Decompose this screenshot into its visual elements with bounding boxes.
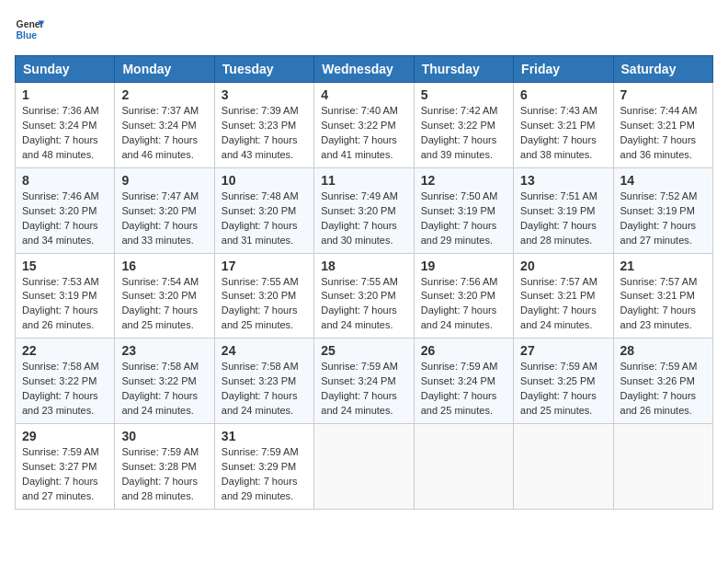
calendar-day-28: 28 Sunrise: 7:59 AM Sunset: 3:26 PM Dayl… <box>613 339 712 424</box>
day-number: 16 <box>121 259 207 273</box>
cell-info: Sunrise: 7:54 AM Sunset: 3:20 PM Dayligh… <box>121 275 207 334</box>
day-number: 13 <box>520 173 606 188</box>
empty-cell <box>613 424 712 510</box>
logo-icon: General Blue <box>15 15 44 44</box>
day-number: 28 <box>620 343 706 358</box>
calendar-day-25: 25 Sunrise: 7:59 AM Sunset: 3:24 PM Dayl… <box>314 339 414 424</box>
cell-info: Sunrise: 7:48 AM Sunset: 3:20 PM Dayligh… <box>222 190 307 248</box>
weekday-header-thursday: Thursday <box>414 56 513 83</box>
calendar-day-19: 19 Sunrise: 7:56 AM Sunset: 3:20 PM Dayl… <box>414 253 513 339</box>
cell-info: Sunrise: 7:52 AM Sunset: 3:19 PM Dayligh… <box>620 190 706 248</box>
day-number: 30 <box>121 429 207 443</box>
calendar-day-30: 30 Sunrise: 7:59 AM Sunset: 3:28 PM Dayl… <box>115 424 214 510</box>
day-number: 7 <box>620 87 706 102</box>
day-number: 8 <box>22 173 108 188</box>
day-number: 25 <box>321 343 406 358</box>
day-number: 2 <box>121 87 207 102</box>
day-number: 27 <box>520 343 606 358</box>
calendar-week-1: 1 Sunrise: 7:36 AM Sunset: 3:24 PM Dayli… <box>16 83 713 168</box>
day-number: 22 <box>22 343 108 358</box>
calendar-week-4: 22 Sunrise: 7:58 AM Sunset: 3:22 PM Dayl… <box>16 339 713 424</box>
calendar-day-20: 20 Sunrise: 7:57 AM Sunset: 3:21 PM Dayl… <box>514 253 613 339</box>
calendar-day-12: 12 Sunrise: 7:50 AM Sunset: 3:19 PM Dayl… <box>414 167 513 253</box>
empty-cell <box>414 424 513 510</box>
day-number: 23 <box>121 343 207 358</box>
day-number: 15 <box>22 259 108 273</box>
cell-info: Sunrise: 7:50 AM Sunset: 3:19 PM Dayligh… <box>421 190 506 248</box>
day-number: 24 <box>222 343 307 358</box>
calendar-day-3: 3 Sunrise: 7:39 AM Sunset: 3:23 PM Dayli… <box>214 83 313 168</box>
cell-info: Sunrise: 7:59 AM Sunset: 3:29 PM Dayligh… <box>222 445 307 504</box>
cell-info: Sunrise: 7:46 AM Sunset: 3:20 PM Dayligh… <box>22 190 108 248</box>
cell-info: Sunrise: 7:55 AM Sunset: 3:20 PM Dayligh… <box>321 275 406 334</box>
cell-info: Sunrise: 7:37 AM Sunset: 3:24 PM Dayligh… <box>121 104 207 163</box>
cell-info: Sunrise: 7:58 AM Sunset: 3:22 PM Dayligh… <box>22 360 108 419</box>
svg-text:Blue: Blue <box>17 30 38 40</box>
day-number: 17 <box>222 259 307 273</box>
calendar-day-4: 4 Sunrise: 7:40 AM Sunset: 3:22 PM Dayli… <box>314 83 414 168</box>
weekday-header-saturday: Saturday <box>613 56 712 83</box>
cell-info: Sunrise: 7:58 AM Sunset: 3:23 PM Dayligh… <box>222 360 307 419</box>
calendar-day-11: 11 Sunrise: 7:49 AM Sunset: 3:20 PM Dayl… <box>314 167 414 253</box>
empty-cell <box>514 424 613 510</box>
day-number: 5 <box>421 87 506 102</box>
weekday-header-tuesday: Tuesday <box>214 56 313 83</box>
cell-info: Sunrise: 7:58 AM Sunset: 3:22 PM Dayligh… <box>121 360 207 419</box>
weekday-header-wednesday: Wednesday <box>314 56 414 83</box>
cell-info: Sunrise: 7:47 AM Sunset: 3:20 PM Dayligh… <box>121 190 207 248</box>
cell-info: Sunrise: 7:57 AM Sunset: 3:21 PM Dayligh… <box>520 275 606 334</box>
cell-info: Sunrise: 7:59 AM Sunset: 3:24 PM Dayligh… <box>421 360 506 419</box>
cell-info: Sunrise: 7:56 AM Sunset: 3:20 PM Dayligh… <box>421 275 506 334</box>
calendar-day-17: 17 Sunrise: 7:55 AM Sunset: 3:20 PM Dayl… <box>214 253 313 339</box>
calendar-day-2: 2 Sunrise: 7:37 AM Sunset: 3:24 PM Dayli… <box>115 83 214 168</box>
day-number: 26 <box>421 343 506 358</box>
calendar-day-5: 5 Sunrise: 7:42 AM Sunset: 3:22 PM Dayli… <box>414 83 513 168</box>
weekday-header-friday: Friday <box>514 56 613 83</box>
calendar-day-13: 13 Sunrise: 7:51 AM Sunset: 3:19 PM Dayl… <box>514 167 613 253</box>
day-number: 14 <box>620 173 706 188</box>
cell-info: Sunrise: 7:43 AM Sunset: 3:21 PM Dayligh… <box>520 104 606 163</box>
cell-info: Sunrise: 7:51 AM Sunset: 3:19 PM Dayligh… <box>520 190 606 248</box>
day-number: 1 <box>22 87 108 102</box>
calendar-day-23: 23 Sunrise: 7:58 AM Sunset: 3:22 PM Dayl… <box>115 339 214 424</box>
calendar-day-15: 15 Sunrise: 7:53 AM Sunset: 3:19 PM Dayl… <box>16 253 115 339</box>
page-header: General Blue <box>15 15 713 44</box>
calendar-day-18: 18 Sunrise: 7:55 AM Sunset: 3:20 PM Dayl… <box>314 253 414 339</box>
day-number: 19 <box>421 259 506 273</box>
cell-info: Sunrise: 7:49 AM Sunset: 3:20 PM Dayligh… <box>321 190 406 248</box>
calendar-day-21: 21 Sunrise: 7:57 AM Sunset: 3:21 PM Dayl… <box>613 253 712 339</box>
calendar-day-1: 1 Sunrise: 7:36 AM Sunset: 3:24 PM Dayli… <box>16 83 115 168</box>
calendar-week-5: 29 Sunrise: 7:59 AM Sunset: 3:27 PM Dayl… <box>16 424 713 510</box>
day-number: 11 <box>321 173 406 188</box>
calendar-day-27: 27 Sunrise: 7:59 AM Sunset: 3:25 PM Dayl… <box>514 339 613 424</box>
calendar-day-14: 14 Sunrise: 7:52 AM Sunset: 3:19 PM Dayl… <box>613 167 712 253</box>
calendar-day-6: 6 Sunrise: 7:43 AM Sunset: 3:21 PM Dayli… <box>514 83 613 168</box>
cell-info: Sunrise: 7:59 AM Sunset: 3:27 PM Dayligh… <box>22 445 108 504</box>
day-number: 3 <box>222 87 307 102</box>
day-number: 29 <box>22 429 108 443</box>
cell-info: Sunrise: 7:53 AM Sunset: 3:19 PM Dayligh… <box>22 275 108 334</box>
calendar-day-31: 31 Sunrise: 7:59 AM Sunset: 3:29 PM Dayl… <box>214 424 313 510</box>
cell-info: Sunrise: 7:57 AM Sunset: 3:21 PM Dayligh… <box>620 275 706 334</box>
calendar-day-10: 10 Sunrise: 7:48 AM Sunset: 3:20 PM Dayl… <box>214 167 313 253</box>
cell-info: Sunrise: 7:42 AM Sunset: 3:22 PM Dayligh… <box>421 104 506 163</box>
calendar-week-3: 15 Sunrise: 7:53 AM Sunset: 3:19 PM Dayl… <box>16 253 713 339</box>
cell-info: Sunrise: 7:59 AM Sunset: 3:28 PM Dayligh… <box>121 445 207 504</box>
logo: General Blue <box>15 15 44 44</box>
calendar-day-16: 16 Sunrise: 7:54 AM Sunset: 3:20 PM Dayl… <box>115 253 214 339</box>
day-number: 6 <box>520 87 606 102</box>
calendar-day-29: 29 Sunrise: 7:59 AM Sunset: 3:27 PM Dayl… <box>16 424 115 510</box>
calendar-day-8: 8 Sunrise: 7:46 AM Sunset: 3:20 PM Dayli… <box>16 167 115 253</box>
day-number: 20 <box>520 259 606 273</box>
day-number: 12 <box>421 173 506 188</box>
calendar-day-7: 7 Sunrise: 7:44 AM Sunset: 3:21 PM Dayli… <box>613 83 712 168</box>
day-number: 21 <box>620 259 706 273</box>
cell-info: Sunrise: 7:59 AM Sunset: 3:24 PM Dayligh… <box>321 360 406 419</box>
cell-info: Sunrise: 7:39 AM Sunset: 3:23 PM Dayligh… <box>222 104 307 163</box>
weekday-header-monday: Monday <box>115 56 214 83</box>
calendar-table: SundayMondayTuesdayWednesdayThursdayFrid… <box>15 55 713 510</box>
calendar-header-row: SundayMondayTuesdayWednesdayThursdayFrid… <box>16 56 713 83</box>
calendar-day-26: 26 Sunrise: 7:59 AM Sunset: 3:24 PM Dayl… <box>414 339 513 424</box>
calendar-day-22: 22 Sunrise: 7:58 AM Sunset: 3:22 PM Dayl… <box>16 339 115 424</box>
weekday-header-sunday: Sunday <box>16 56 115 83</box>
